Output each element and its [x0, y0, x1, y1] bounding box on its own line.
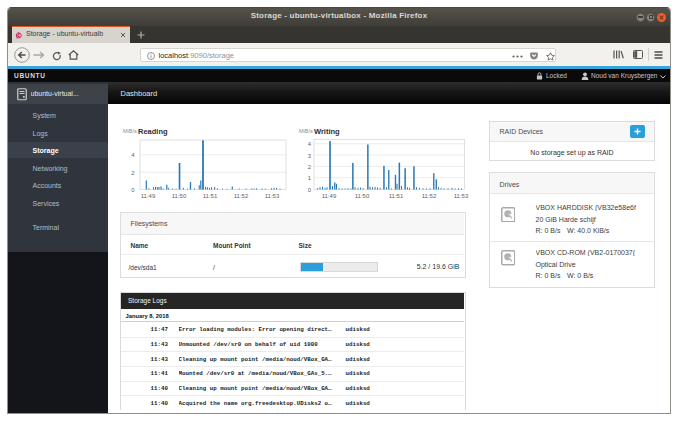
svg-text:2: 2 [131, 170, 135, 176]
svg-text:1: 1 [308, 175, 312, 181]
svg-text:11:53: 11:53 [454, 193, 469, 199]
svg-text:11:49: 11:49 [322, 193, 337, 199]
svg-text:2: 2 [308, 164, 312, 170]
svg-text:4: 4 [131, 152, 135, 158]
svg-text:11:51: 11:51 [389, 193, 404, 199]
svg-text:11:49: 11:49 [141, 193, 156, 199]
svg-text:0: 0 [131, 187, 135, 193]
svg-text:4: 4 [308, 141, 312, 147]
svg-text:3: 3 [308, 153, 312, 159]
svg-text:11:52: 11:52 [234, 193, 249, 199]
svg-text:Reading: Reading [138, 127, 168, 136]
svg-text:MiB/s: MiB/s [299, 128, 313, 134]
svg-text:11:53: 11:53 [265, 193, 280, 199]
svg-text:11:51: 11:51 [203, 193, 218, 199]
svg-text:0: 0 [308, 187, 312, 193]
svg-text:MiB/s: MiB/s [123, 128, 137, 134]
svg-text:11:50: 11:50 [172, 193, 187, 199]
svg-text:11:50: 11:50 [355, 193, 370, 199]
svg-text:Writing: Writing [314, 127, 340, 136]
svg-text:11:52: 11:52 [422, 193, 437, 199]
